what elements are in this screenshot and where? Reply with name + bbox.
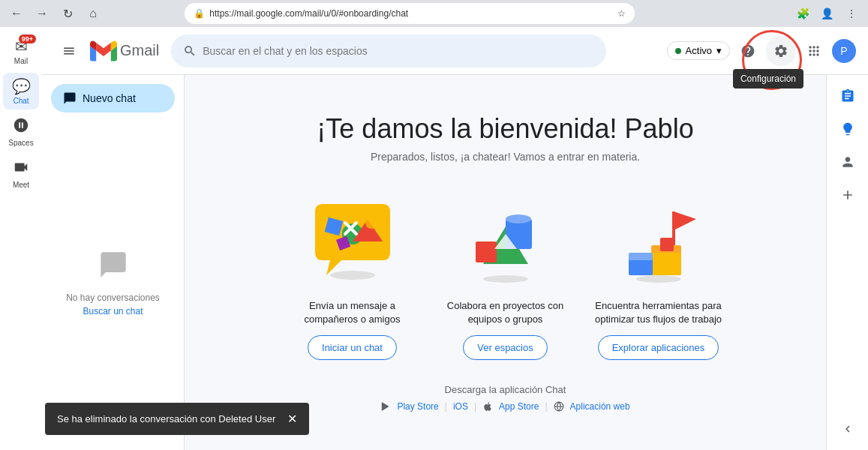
- header-actions: Activo ▾ Configuración: [667, 36, 856, 66]
- svg-rect-17: [651, 249, 681, 275]
- right-panel-add-button[interactable]: [833, 180, 863, 210]
- explorar-apps-button[interactable]: Explorar aplicaciones: [598, 335, 719, 360]
- sidebar-item-meet[interactable]: Meet: [3, 154, 39, 194]
- star-icon[interactable]: ☆: [617, 8, 626, 19]
- card-desc-tools: Encuentra herramientas para optimizar tu…: [591, 299, 726, 326]
- snackbar: Se ha eliminado la conversación con Dele…: [45, 403, 309, 435]
- sidebar-item-mail[interactable]: ✉ 99+ Mail: [3, 33, 39, 70]
- card-desc-message: Envía un mensaje a compañeros o amigos: [285, 299, 420, 326]
- buscar-chat-link[interactable]: Buscar un chat: [83, 306, 143, 316]
- card-img-message: [304, 193, 401, 290]
- svg-point-11: [506, 214, 531, 224]
- chat-label: Chat: [13, 97, 29, 105]
- back-button[interactable]: ←: [6, 3, 27, 24]
- chat-icon: 💬: [12, 77, 31, 95]
- hamburger-button[interactable]: [54, 36, 84, 66]
- play-store-link[interactable]: Play Store: [397, 401, 438, 412]
- feature-cards-row: Envía un mensaje a compañeros o amigos I…: [285, 193, 726, 360]
- refresh-button[interactable]: ↻: [57, 3, 78, 24]
- nuevo-chat-label: Nuevo chat: [83, 92, 136, 104]
- app-store-icon: [482, 401, 493, 412]
- home-button[interactable]: ⌂: [83, 3, 104, 24]
- ver-espacios-button[interactable]: Ver espacios: [463, 335, 547, 360]
- address-bar[interactable]: 🔒 https://mail.google.com/mail/u/0/#onbo…: [185, 3, 635, 24]
- welcome-title: ¡Te damos la bienvenida! Pablo: [317, 113, 693, 145]
- settings-tooltip: Configuración: [733, 69, 803, 88]
- right-panel-contacts[interactable]: [833, 147, 863, 177]
- feature-card-collaborate: Colabora en proyectos con equipos o grup…: [438, 193, 573, 360]
- welcome-area: ¡Te damos la bienvenida! Pablo Preparado…: [185, 75, 826, 450]
- sidebar-empty-state: No hay conversaciones Buscar un chat: [42, 122, 184, 444]
- card-desc-collaborate: Colabora en proyectos con equipos o grup…: [438, 299, 573, 326]
- svg-point-5: [365, 217, 377, 229]
- app-container: ✉ 99+ Mail 💬 Chat Spaces Meet: [0, 27, 868, 450]
- right-panel-expand-button[interactable]: [833, 414, 863, 444]
- status-dot: [675, 48, 681, 54]
- web-icon: [554, 401, 564, 412]
- web-app-link[interactable]: Aplicación web: [570, 401, 630, 412]
- chat-sidebar: Nuevo chat No hay conversaciones Buscar …: [42, 75, 185, 450]
- url-text: https://mail.google.com/mail/u/0/#onboar…: [209, 8, 613, 19]
- settings-button-container: Configuración: [766, 36, 796, 66]
- icon-nav: ✉ 99+ Mail 💬 Chat Spaces Meet: [0, 27, 42, 450]
- search-bar[interactable]: Buscar en el chat y en los espacios: [171, 34, 606, 68]
- download-text: Descarga la aplicación Chat: [445, 384, 566, 395]
- status-text: Activo: [686, 45, 712, 56]
- app-header: Gmail Buscar en el chat y en los espacio…: [42, 27, 868, 75]
- card-img-collaborate: [457, 193, 554, 290]
- empty-chat-icon: [98, 250, 128, 286]
- svg-point-0: [330, 271, 375, 280]
- iniciar-chat-button[interactable]: Iniciar un chat: [308, 335, 397, 360]
- browser-chrome: ← → ↻ ⌂ 🔒 https://mail.google.com/mail/u…: [0, 0, 868, 27]
- sidebar-item-spaces[interactable]: Spaces: [3, 112, 39, 152]
- snackbar-message: Se ha eliminado la conversación con Dele…: [57, 413, 275, 424]
- lock-icon: 🔒: [194, 8, 205, 19]
- svg-point-8: [483, 275, 528, 283]
- meet-label: Meet: [13, 181, 29, 189]
- apps-button[interactable]: [799, 36, 829, 66]
- chat-new-icon: [63, 92, 77, 105]
- spaces-label: Spaces: [8, 139, 33, 147]
- meet-icon: [13, 159, 29, 179]
- status-chevron: ▾: [716, 45, 722, 56]
- feature-card-message: Envía un mensaje a compañeros o amigos I…: [285, 193, 420, 360]
- sidebar-empty-text: No hay conversaciones: [66, 292, 160, 303]
- download-links: Play Store | iOS | App Store | Aplicació…: [380, 401, 629, 412]
- right-panel-notes[interactable]: [833, 114, 863, 144]
- mail-label: Mail: [14, 57, 28, 65]
- card-img-tools: [610, 193, 707, 290]
- gmail-logo: Gmail: [90, 38, 159, 64]
- app-store-link[interactable]: App Store: [499, 401, 539, 412]
- svg-point-14: [636, 275, 681, 283]
- help-button[interactable]: [733, 36, 763, 66]
- ios-link[interactable]: iOS: [453, 401, 468, 412]
- mail-badge: 99+: [19, 34, 36, 44]
- profile-button[interactable]: 👤: [817, 3, 838, 24]
- spaces-icon: [13, 117, 29, 137]
- gmail-text: Gmail: [120, 42, 159, 59]
- sidebar-item-chat[interactable]: 💬 Chat: [3, 73, 39, 110]
- svg-rect-21: [660, 238, 674, 251]
- snackbar-close-button[interactable]: ✕: [287, 412, 297, 426]
- status-indicator[interactable]: Activo ▾: [667, 41, 730, 60]
- feature-card-tools: Encuentra herramientas para optimizar tu…: [591, 193, 726, 360]
- settings-button[interactable]: [766, 36, 796, 66]
- user-avatar[interactable]: P: [832, 39, 856, 63]
- welcome-subtitle: Preparados, listos, ¡a chatear! Vamos a …: [371, 151, 640, 163]
- nuevo-chat-button[interactable]: Nuevo chat: [51, 84, 175, 112]
- right-panel: [826, 75, 868, 450]
- main-content: ¡Te damos la bienvenida! Pablo Preparado…: [185, 75, 826, 450]
- browser-menu-button[interactable]: ⋮: [841, 3, 862, 24]
- svg-rect-12: [476, 242, 497, 262]
- download-section: Descarga la aplicación Chat Play Store |…: [380, 384, 629, 412]
- forward-button[interactable]: →: [32, 3, 53, 24]
- svg-rect-20: [629, 253, 653, 260]
- svg-marker-16: [674, 212, 696, 230]
- right-panel-tasks[interactable]: [833, 81, 863, 111]
- search-icon: [183, 44, 197, 58]
- browser-actions: 🧩 👤 ⋮: [793, 3, 862, 24]
- extensions-button[interactable]: 🧩: [793, 3, 814, 24]
- search-placeholder: Buscar en el chat y en los espacios: [203, 45, 594, 57]
- play-store-icon: [380, 401, 391, 412]
